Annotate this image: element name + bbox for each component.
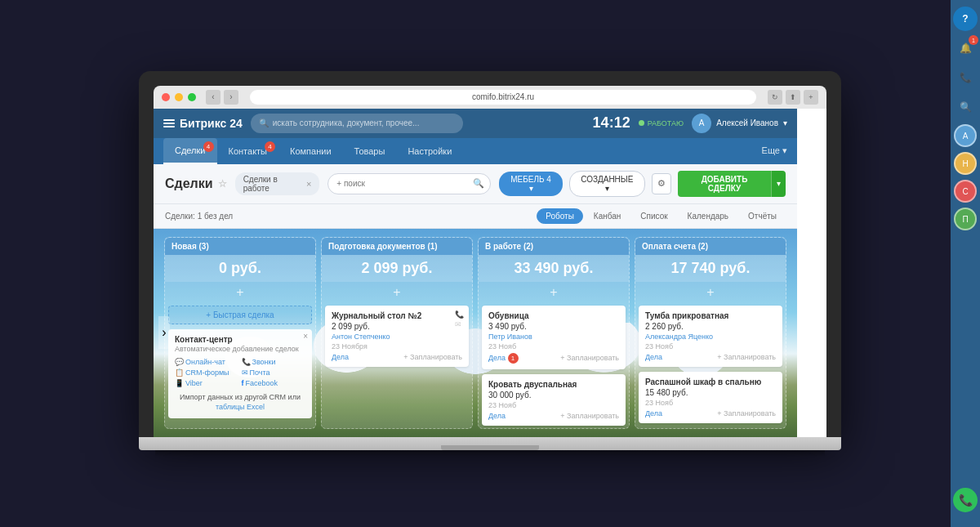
card-deals-link[interactable]: Дела (332, 353, 349, 361)
tab-contacts[interactable]: Контакты 4 (217, 138, 279, 164)
view-list-button[interactable]: Список (631, 208, 676, 224)
settings-gear-icon[interactable]: ⚙ (652, 173, 671, 194)
filter-search-wrapper: 🔍 (327, 173, 491, 194)
search-small-icon: 🔍 (473, 178, 484, 189)
refresh-btn[interactable]: ↻ (768, 90, 782, 105)
popup-link-email[interactable]: ✉ Почта (242, 368, 306, 377)
card-person[interactable]: Антон Степченко (332, 333, 462, 341)
crm-header-right: МЕБЕЛЬ 4 ▾ СОЗДАННЫЕ ▾ ⚙ ДОБАВИТЬ СДЕЛКУ… (499, 171, 786, 197)
topbar: Битрикс 24 🔍 искать сотрудника, документ… (154, 109, 797, 138)
card-title: Кровать двуспальная (488, 380, 619, 389)
col-docs-add-button[interactable]: + (322, 282, 472, 303)
user-menu[interactable]: А Алексей Иванов ▾ (692, 114, 787, 133)
add-deal-button[interactable]: ДОБАВИТЬ СДЕЛКУ (678, 171, 771, 197)
global-search[interactable]: 🔍 искать сотрудника, документ, прочее... (251, 114, 463, 133)
kanban-card-shkaf[interactable]: Распашной шкаф в спальню 15 480 руб. 23 … (639, 372, 782, 423)
kanban-col-docs: Подготовка документов (1) 2 099 руб. + 📞… (321, 237, 473, 429)
browser-maximize-btn[interactable] (188, 93, 196, 101)
card-plan-link[interactable]: + Запланировать (560, 412, 619, 420)
card-plan-link[interactable]: + Запланировать (717, 409, 776, 418)
popup-link-chat[interactable]: 💬 Онлайн-чат (175, 358, 239, 366)
col-work-title: В работе (2) (485, 242, 533, 251)
popup-close-icon[interactable]: × (303, 332, 308, 341)
url-bar[interactable]: comifo.bitrix24.ru (250, 90, 756, 105)
tab-companies[interactable]: Компании (278, 138, 343, 164)
back-button[interactable]: ‹ (206, 90, 220, 105)
tab-goods-label: Товары (354, 146, 385, 156)
contact-center-popup: × Контакт-центр Автоматическое добавлени… (168, 329, 312, 418)
kanban-card-zhurnal[interactable]: 📞 ✉ Журнальный стол №2 2 099 руб. Антон … (325, 306, 469, 367)
popup-link-facebook[interactable]: f Facebook (242, 379, 306, 387)
new-tab-btn[interactable]: + (804, 90, 818, 105)
filter-tag-label: Сделки в работе (243, 175, 302, 193)
card-date: 23 Нояб (645, 342, 776, 351)
kanban-card-krovat[interactable]: Кровать двуспальная 30 000 руб. 23 Нояб … (482, 374, 626, 426)
kanban-col-new: Новая (3) 0 руб. + + Быстрая сделка × Ко… (164, 237, 316, 429)
card-plan-link[interactable]: + Запланировать (560, 354, 619, 362)
view-bar-info: Сделки: 1 без дел (165, 212, 233, 221)
filter-tag[interactable]: Сделки в работе × (235, 172, 320, 195)
tab-settings[interactable]: Настройки (396, 138, 463, 164)
card-deals-link[interactable]: Дела (645, 353, 662, 361)
facebook-icon: f (242, 379, 244, 387)
card-plan-link[interactable]: + Запланировать (717, 353, 776, 361)
view-kanban-button[interactable]: Канбан (585, 208, 630, 224)
work-status[interactable]: РАБОТАЮ (639, 119, 684, 127)
col-payment-title: Оплата счета (2) (642, 242, 708, 251)
col-new-title: Новая (3) (172, 242, 209, 251)
tab-goods[interactable]: Товары (343, 138, 397, 164)
deal-badge: 1 (508, 353, 519, 364)
filter-tag-close-icon[interactable]: × (306, 179, 311, 189)
col-toggle-arrow[interactable]: › (158, 316, 170, 349)
hamburger-menu[interactable] (163, 119, 175, 127)
popup-link-crm-forms[interactable]: 📋 CRM-формы (175, 368, 239, 377)
view-calendar-button[interactable]: Календарь (679, 208, 737, 224)
col-new-add-button[interactable]: + (165, 282, 315, 303)
email-icon: ✉ (242, 368, 248, 377)
kanban-card-tumba[interactable]: Тумба прикроватная 2 260 руб. Александра… (639, 306, 782, 367)
laptop-frame: ‹ › comifo.bitrix24.ru ↻ ⬆ + (139, 71, 841, 457)
popup-link-calls[interactable]: 📞 Звонки (242, 358, 306, 366)
quick-deal-button[interactable]: + Быстрая сделка (168, 306, 312, 324)
favorite-star-icon[interactable]: ☆ (218, 178, 227, 190)
search-input[interactable] (327, 173, 491, 194)
nav-more[interactable]: Еще ▾ (762, 145, 787, 156)
card-deals-link[interactable]: Дела (488, 412, 506, 420)
view-reports-button[interactable]: Отчёты (739, 208, 786, 224)
popup-import-link[interactable]: таблицы Excel (216, 403, 265, 411)
forward-button[interactable]: › (224, 90, 238, 105)
card-person[interactable]: Петр Иванов (488, 333, 619, 341)
status-dot (639, 120, 644, 126)
logo: Битрикс 24 (163, 117, 243, 130)
card-plan-link[interactable]: + Запланировать (403, 353, 462, 361)
col-payment-sum: 17 740 руб. (635, 255, 786, 282)
share-btn[interactable]: ⬆ (786, 90, 800, 105)
card-title: Распашной шкаф в спальню (645, 377, 776, 386)
col-docs-title: Подготовка документов (1) (328, 242, 438, 251)
col-docs-header: Подготовка документов (1) (322, 238, 472, 255)
browser-minimize-btn[interactable] (175, 93, 183, 101)
card-title: Тумба прикроватная (645, 311, 776, 320)
popup-links: 💬 Онлайн-чат 📞 Звонки 📋 CRM-формы ✉ Почт… (175, 358, 305, 387)
col-work-add-button[interactable]: + (479, 282, 629, 303)
card-icons: 📞 ✉ (455, 310, 464, 328)
chevron-down-icon: ▾ (783, 118, 787, 127)
filter-created-button[interactable]: СОЗДАННЫЕ ▾ (569, 171, 645, 197)
kanban-board: Новая (3) 0 руб. + + Быстрая сделка × Ко… (154, 229, 797, 437)
card-person[interactable]: Александра Яценко (645, 333, 776, 341)
browser-close-btn[interactable] (162, 93, 170, 101)
card-deals-link[interactable]: Дела 1 (488, 353, 519, 364)
tab-deals-label: Сделки (175, 145, 206, 155)
add-deal-dropdown-button[interactable]: ▾ (771, 171, 786, 197)
filter-mebel-button[interactable]: МЕБЕЛЬ 4 ▾ (499, 172, 562, 196)
browser-navigation: ‹ › (206, 90, 238, 105)
card-deals-link[interactable]: Дела (645, 409, 662, 418)
col-payment-add-button[interactable]: + (635, 282, 786, 303)
popup-link-viber[interactable]: 📱 Viber (175, 379, 239, 387)
view-robots-button[interactable]: Роботы (537, 208, 583, 224)
card-footer: Дела + Запланировать (645, 409, 776, 418)
card-title: Обувница (488, 311, 619, 320)
tab-deals[interactable]: Сделки 4 (163, 138, 217, 164)
screen-content: Битрикс 24 🔍 искать сотрудника, документ… (154, 109, 826, 437)
kanban-card-obuvnitsa[interactable]: Обувница 3 490 руб. Петр Иванов 23 Нояб … (482, 306, 626, 369)
